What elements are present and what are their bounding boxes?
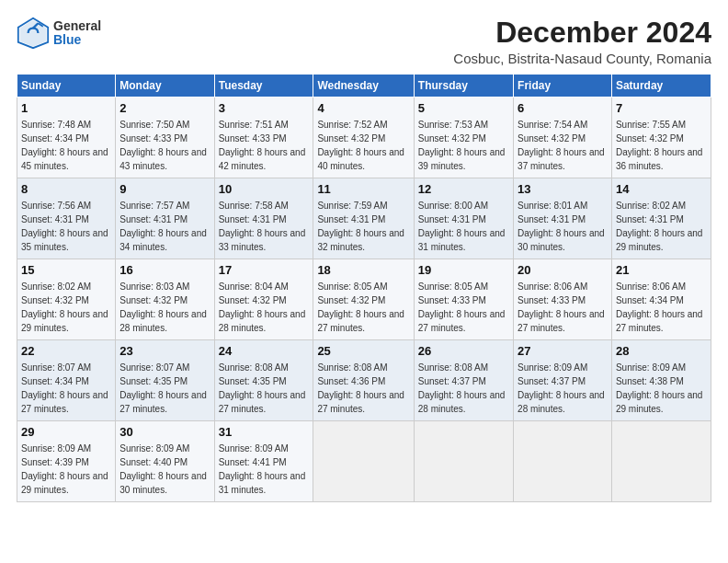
- day-number: 22: [21, 343, 111, 360]
- calendar-cell: 13 Sunrise: 8:01 AMSunset: 4:31 PMDaylig…: [514, 178, 612, 259]
- day-number: 3: [219, 100, 310, 117]
- header: General Blue December 2024 Cosbuc, Bistr…: [17, 17, 711, 66]
- cell-details: Sunrise: 8:09 AMSunset: 4:41 PMDaylight:…: [219, 443, 306, 495]
- calendar-cell: 3 Sunrise: 7:51 AMSunset: 4:33 PMDayligh…: [214, 98, 313, 178]
- calendar-cell: 20 Sunrise: 8:06 AMSunset: 4:33 PMDaylig…: [514, 259, 612, 340]
- calendar-week-4: 22 Sunrise: 8:07 AMSunset: 4:34 PMDaylig…: [17, 340, 711, 421]
- subtitle: Cosbuc, Bistrita-Nasaud County, Romania: [453, 51, 711, 66]
- day-number: 7: [616, 100, 707, 117]
- cell-details: Sunrise: 7:56 AMSunset: 4:31 PMDaylight:…: [21, 201, 108, 252]
- day-number: 27: [518, 343, 608, 360]
- day-number: 24: [219, 343, 310, 360]
- day-number: 2: [119, 100, 210, 117]
- calendar-cell: 17 Sunrise: 8:04 AMSunset: 4:32 PMDaylig…: [214, 259, 313, 340]
- calendar-header-wednesday: Wednesday: [313, 75, 414, 98]
- day-number: 15: [21, 262, 111, 279]
- calendar-cell: 22 Sunrise: 8:07 AMSunset: 4:34 PMDaylig…: [17, 340, 116, 421]
- logo-text: General Blue: [53, 19, 101, 48]
- calendar-cell: 12 Sunrise: 8:00 AMSunset: 4:31 PMDaylig…: [414, 178, 513, 259]
- calendar-cell: 21 Sunrise: 8:06 AMSunset: 4:34 PMDaylig…: [611, 259, 711, 340]
- calendar-cell: 10 Sunrise: 7:58 AMSunset: 4:31 PMDaylig…: [214, 178, 313, 259]
- calendar-cell: 5 Sunrise: 7:53 AMSunset: 4:32 PMDayligh…: [414, 98, 513, 178]
- day-number: 25: [317, 343, 409, 360]
- day-number: 23: [119, 343, 210, 360]
- calendar-week-3: 15 Sunrise: 8:02 AMSunset: 4:32 PMDaylig…: [17, 259, 711, 340]
- cell-details: Sunrise: 7:51 AMSunset: 4:33 PMDaylight:…: [219, 120, 306, 171]
- calendar-cell: 27 Sunrise: 8:09 AMSunset: 4:37 PMDaylig…: [514, 340, 612, 421]
- calendar-header-tuesday: Tuesday: [214, 75, 313, 98]
- day-number: 14: [616, 181, 707, 198]
- day-number: 18: [317, 262, 409, 279]
- calendar-header-row: SundayMondayTuesdayWednesdayThursdayFrid…: [17, 75, 711, 98]
- calendar-cell: 30 Sunrise: 8:09 AMSunset: 4:40 PMDaylig…: [116, 421, 214, 502]
- cell-details: Sunrise: 8:02 AMSunset: 4:32 PMDaylight:…: [21, 282, 108, 333]
- cell-details: Sunrise: 8:06 AMSunset: 4:33 PMDaylight:…: [518, 282, 605, 333]
- day-number: 21: [616, 262, 707, 279]
- cell-details: Sunrise: 8:01 AMSunset: 4:31 PMDaylight:…: [518, 201, 605, 252]
- cell-details: Sunrise: 7:53 AMSunset: 4:32 PMDaylight:…: [418, 120, 506, 171]
- cell-details: Sunrise: 7:58 AMSunset: 4:31 PMDaylight:…: [219, 201, 306, 252]
- logo-icon: [17, 17, 50, 50]
- calendar-cell: 7 Sunrise: 7:55 AMSunset: 4:32 PMDayligh…: [611, 98, 711, 178]
- cell-details: Sunrise: 7:48 AMSunset: 4:34 PMDaylight:…: [21, 120, 108, 171]
- cell-details: Sunrise: 8:08 AMSunset: 4:35 PMDaylight:…: [219, 362, 306, 414]
- day-number: 6: [518, 100, 608, 117]
- calendar-cell: 8 Sunrise: 7:56 AMSunset: 4:31 PMDayligh…: [17, 178, 116, 259]
- calendar-cell: 14 Sunrise: 8:02 AMSunset: 4:31 PMDaylig…: [611, 178, 711, 259]
- cell-details: Sunrise: 7:59 AMSunset: 4:31 PMDaylight:…: [317, 201, 404, 252]
- logo-general-text: General: [53, 19, 101, 33]
- day-number: 12: [418, 181, 509, 198]
- day-number: 19: [418, 262, 509, 279]
- cell-details: Sunrise: 8:04 AMSunset: 4:32 PMDaylight:…: [219, 282, 306, 333]
- day-number: 4: [317, 100, 409, 117]
- day-number: 30: [119, 424, 210, 441]
- calendar-cell: [611, 421, 711, 502]
- cell-details: Sunrise: 8:05 AMSunset: 4:32 PMDaylight:…: [317, 282, 404, 333]
- calendar-header-friday: Friday: [514, 75, 612, 98]
- day-number: 26: [418, 343, 509, 360]
- day-number: 29: [21, 424, 111, 441]
- calendar-cell: 18 Sunrise: 8:05 AMSunset: 4:32 PMDaylig…: [313, 259, 414, 340]
- calendar-header-sunday: Sunday: [17, 75, 116, 98]
- cell-details: Sunrise: 7:54 AMSunset: 4:32 PMDaylight:…: [518, 120, 605, 171]
- calendar-cell: 11 Sunrise: 7:59 AMSunset: 4:31 PMDaylig…: [313, 178, 414, 259]
- logo-blue-text: Blue: [53, 33, 101, 47]
- day-number: 13: [518, 181, 608, 198]
- day-number: 16: [119, 262, 210, 279]
- day-number: 20: [518, 262, 608, 279]
- cell-details: Sunrise: 8:07 AMSunset: 4:35 PMDaylight:…: [119, 362, 207, 414]
- day-number: 10: [219, 181, 310, 198]
- cell-details: Sunrise: 8:06 AMSunset: 4:34 PMDaylight:…: [616, 282, 703, 333]
- cell-details: Sunrise: 7:57 AMSunset: 4:31 PMDaylight:…: [119, 201, 207, 252]
- day-number: 5: [418, 100, 509, 117]
- calendar-header-saturday: Saturday: [611, 75, 711, 98]
- calendar-cell: 19 Sunrise: 8:05 AMSunset: 4:33 PMDaylig…: [414, 259, 513, 340]
- day-number: 11: [317, 181, 409, 198]
- calendar-header-monday: Monday: [116, 75, 214, 98]
- calendar-cell: 31 Sunrise: 8:09 AMSunset: 4:41 PMDaylig…: [214, 421, 313, 502]
- day-number: 17: [219, 262, 310, 279]
- calendar-cell: 28 Sunrise: 8:09 AMSunset: 4:38 PMDaylig…: [611, 340, 711, 421]
- cell-details: Sunrise: 7:50 AMSunset: 4:33 PMDaylight:…: [119, 120, 207, 171]
- main-title: December 2024: [453, 17, 711, 49]
- day-number: 8: [21, 181, 111, 198]
- cell-details: Sunrise: 8:03 AMSunset: 4:32 PMDaylight:…: [119, 282, 207, 333]
- calendar-cell: 9 Sunrise: 7:57 AMSunset: 4:31 PMDayligh…: [116, 178, 214, 259]
- calendar-week-2: 8 Sunrise: 7:56 AMSunset: 4:31 PMDayligh…: [17, 178, 711, 259]
- cell-details: Sunrise: 8:09 AMSunset: 4:38 PMDaylight:…: [616, 362, 703, 414]
- calendar-cell: [313, 421, 414, 502]
- calendar-cell: 15 Sunrise: 8:02 AMSunset: 4:32 PMDaylig…: [17, 259, 116, 340]
- calendar-cell: 6 Sunrise: 7:54 AMSunset: 4:32 PMDayligh…: [514, 98, 612, 178]
- calendar-cell: 26 Sunrise: 8:08 AMSunset: 4:37 PMDaylig…: [414, 340, 513, 421]
- cell-details: Sunrise: 7:52 AMSunset: 4:32 PMDaylight:…: [317, 120, 404, 171]
- day-number: 1: [21, 100, 111, 117]
- calendar-cell: 1 Sunrise: 7:48 AMSunset: 4:34 PMDayligh…: [17, 98, 116, 178]
- cell-details: Sunrise: 8:09 AMSunset: 4:39 PMDaylight:…: [21, 443, 108, 495]
- page: General Blue December 2024 Cosbuc, Bistr…: [0, 0, 728, 563]
- calendar-cell: 29 Sunrise: 8:09 AMSunset: 4:39 PMDaylig…: [17, 421, 116, 502]
- logo: General Blue: [17, 17, 101, 50]
- cell-details: Sunrise: 8:05 AMSunset: 4:33 PMDaylight:…: [418, 282, 506, 333]
- cell-details: Sunrise: 8:09 AMSunset: 4:37 PMDaylight:…: [518, 362, 605, 414]
- cell-details: Sunrise: 8:00 AMSunset: 4:31 PMDaylight:…: [418, 201, 506, 252]
- calendar-cell: 16 Sunrise: 8:03 AMSunset: 4:32 PMDaylig…: [116, 259, 214, 340]
